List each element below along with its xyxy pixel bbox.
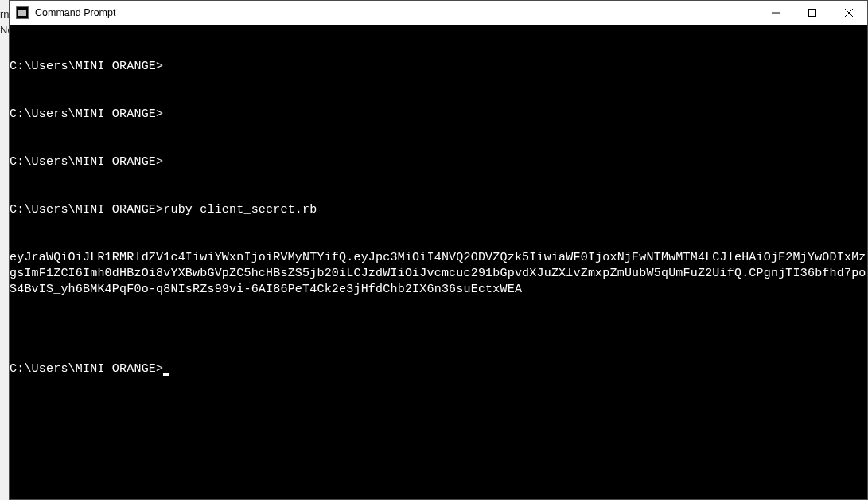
window-title: Command Prompt: [35, 7, 757, 18]
minimize-button[interactable]: [757, 1, 794, 25]
prompt-line: C:\Users\MINI ORANGE>: [10, 59, 867, 75]
cmd-icon: [16, 6, 29, 19]
prompt-line-command: C:\Users\MINI ORANGE>ruby client_secret.…: [10, 202, 867, 218]
terminal-area[interactable]: C:\Users\MINI ORANGE> C:\Users\MINI ORAN…: [10, 25, 867, 499]
titlebar[interactable]: Command Prompt: [10, 1, 867, 25]
cursor: [163, 373, 169, 376]
close-button[interactable]: [831, 1, 867, 25]
prompt-line: C:\Users\MINI ORANGE>: [10, 107, 867, 123]
command-output: eyJraWQiOiJLR1RMRldZV1c4IiwiYWxnIjoiRVMy…: [10, 250, 867, 298]
window-controls: [757, 1, 867, 25]
svg-rect-1: [809, 10, 816, 17]
maximize-button[interactable]: [794, 1, 831, 25]
command-prompt-window: Command Prompt C:\Users\MINI ORANGE> C:\…: [9, 0, 868, 500]
current-prompt: C:\Users\MINI ORANGE>: [10, 361, 867, 377]
prompt-line: C:\Users\MINI ORANGE>: [10, 154, 867, 170]
